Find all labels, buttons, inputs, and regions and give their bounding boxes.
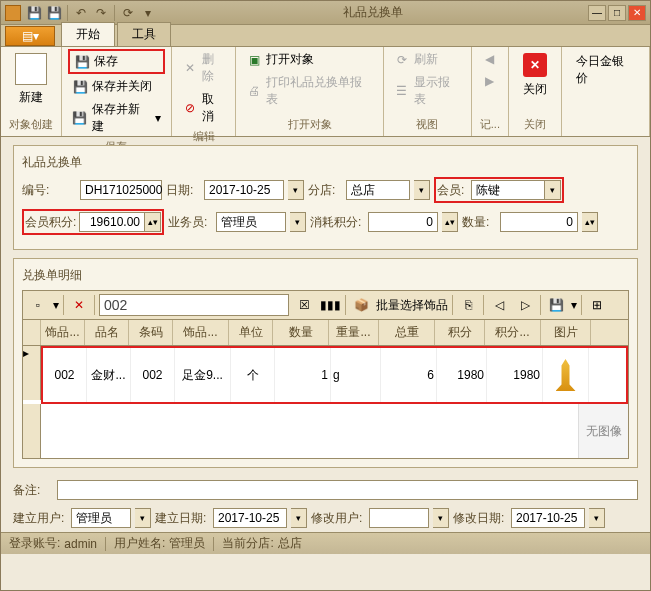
qty-field[interactable]: 0	[500, 212, 578, 232]
qat-undo-icon[interactable]: ↶	[72, 4, 90, 22]
chevron-down-icon[interactable]: ▾	[53, 298, 59, 312]
qat-save-icon[interactable]: 💾	[25, 4, 43, 22]
open-object-button[interactable]: ▣打开对象	[242, 49, 376, 70]
dt-next-icon[interactable]: ▷	[514, 294, 536, 316]
search-clear-icon[interactable]: ☒	[293, 294, 315, 316]
maximize-button[interactable]: □	[608, 5, 626, 21]
clerk-dropdown[interactable]: ▾	[290, 212, 306, 232]
moddate-dropdown[interactable]: ▾	[589, 508, 605, 528]
consume-field[interactable]: 0	[368, 212, 438, 232]
close-button[interactable]: ✕ 关闭	[515, 49, 555, 102]
batch-icon: 📦	[350, 294, 372, 316]
status-user-value: 管理员	[169, 535, 205, 552]
createuser-dropdown[interactable]: ▾	[135, 508, 151, 528]
points-field[interactable]: 19610.00	[79, 212, 145, 232]
label-clerk: 业务员:	[168, 214, 212, 231]
qat-saveclose-icon[interactable]: 💾	[45, 4, 63, 22]
label-code: 编号:	[22, 182, 76, 199]
row-selector[interactable]	[23, 404, 41, 458]
createdate-field[interactable]: 2017-10-25	[213, 508, 287, 528]
product-image-icon	[556, 359, 576, 391]
col-unit[interactable]: 单位	[229, 320, 273, 345]
createuser-field[interactable]: 管理员	[71, 508, 131, 528]
batch-select-button[interactable]: 批量选择饰品	[376, 297, 448, 314]
group-edit-label: 编辑	[178, 127, 229, 146]
col-code[interactable]: 饰品...	[41, 320, 85, 345]
cancel-button[interactable]: ⊘取消	[178, 89, 229, 127]
delete-icon: ✕	[182, 60, 198, 76]
window-title: 礼品兑换单	[157, 4, 588, 21]
group-open-label: 打开对象	[242, 115, 376, 134]
dt-delete-icon[interactable]: ✕	[68, 294, 90, 316]
date-field[interactable]: 2017-10-25	[204, 180, 284, 200]
col-barcode[interactable]: 条码	[129, 320, 173, 345]
group-create-label: 对象创建	[7, 115, 55, 134]
tab-tools[interactable]: 工具	[117, 22, 171, 46]
statusbar: 登录账号: admin 用户姓名: 管理员 当前分店: 总店	[1, 532, 650, 554]
dt-export-icon[interactable]: 💾	[545, 294, 567, 316]
new-button[interactable]: 新建	[7, 49, 55, 110]
save-new-button[interactable]: 💾保存并新建 ▾	[68, 99, 165, 137]
qat-refresh-icon[interactable]: ⟳	[119, 4, 137, 22]
today-price-button[interactable]: 今日金银价	[568, 49, 643, 91]
dt-copy-icon[interactable]: ⎘	[457, 294, 479, 316]
detail-toolbar: ▫▾ ✕ ☒ ▮▮▮ 📦 批量选择饰品 ⎘ ◁ ▷ 💾▾ ⊞	[22, 290, 629, 320]
show-report-button[interactable]: ☰显示报表	[390, 72, 465, 110]
dt-prev-icon[interactable]: ◁	[488, 294, 510, 316]
tab-start[interactable]: 开始	[61, 22, 115, 46]
print-report-button[interactable]: 🖨打印礼品兑换单报表	[242, 72, 376, 110]
col-spec[interactable]: 饰品...	[173, 320, 229, 345]
row-selector[interactable]: ▸	[23, 346, 41, 400]
date-dropdown[interactable]: ▾	[288, 180, 304, 200]
label-qty: 数量:	[462, 214, 496, 231]
clerk-field[interactable]: 管理员	[216, 212, 286, 232]
dt-settings-icon[interactable]: ⊞	[586, 294, 608, 316]
member-dropdown[interactable]: ▾	[545, 180, 561, 200]
close-window-button[interactable]: ✕	[628, 5, 646, 21]
branch-field[interactable]: 总店	[346, 180, 410, 200]
refresh-button[interactable]: ⟳刷新	[390, 49, 465, 70]
save-button[interactable]: 💾保存	[68, 49, 165, 74]
label-branch: 分店:	[308, 182, 342, 199]
moddate-field[interactable]: 2017-10-25	[511, 508, 585, 528]
table-row[interactable]: 002 金财... 002 足金9... 个 1 g 6 1980 1980	[43, 348, 626, 402]
consume-spinner[interactable]: ▴▾	[442, 212, 458, 232]
save-close-button[interactable]: 💾保存并关闭	[68, 76, 165, 97]
moduser-field[interactable]	[369, 508, 429, 528]
print-icon: 🖨	[246, 83, 262, 99]
col-totalw[interactable]: 总重	[379, 320, 435, 345]
col-name[interactable]: 品名	[85, 320, 129, 345]
col-weight[interactable]: 重量...	[329, 320, 379, 345]
branch-dropdown[interactable]: ▾	[414, 180, 430, 200]
barcode-icon[interactable]: ▮▮▮	[319, 294, 341, 316]
col-pts[interactable]: 积分	[435, 320, 485, 345]
col-img[interactable]: 图片	[541, 320, 591, 345]
save-icon: 💾	[74, 54, 90, 70]
group-record-label: 记...	[478, 115, 502, 134]
dt-new-icon[interactable]: ▫	[27, 294, 49, 316]
remark-field[interactable]	[57, 480, 638, 500]
col-ptst[interactable]: 积分...	[485, 320, 541, 345]
label-consume: 消耗积分:	[310, 214, 364, 231]
next-record-button[interactable]: ▶	[478, 71, 502, 91]
label-createdate: 建立日期:	[155, 510, 209, 527]
open-icon: ▣	[246, 52, 262, 68]
quick-access-toolbar: 💾 💾 ↶ ↷ ⟳ ▾	[25, 4, 157, 22]
search-input[interactable]	[99, 294, 289, 316]
createdate-dropdown[interactable]: ▾	[291, 508, 307, 528]
status-branch-label: 当前分店:	[222, 535, 273, 552]
code-field[interactable]: DH171025000	[80, 180, 162, 200]
label-member: 会员:	[437, 182, 471, 199]
app-menu-button[interactable]: ▤▾	[5, 26, 55, 46]
col-qty[interactable]: 数量	[273, 320, 329, 345]
qty-spinner[interactable]: ▴▾	[582, 212, 598, 232]
member-field[interactable]: 陈键	[471, 180, 545, 200]
qat-redo-icon[interactable]: ↷	[92, 4, 110, 22]
moduser-dropdown[interactable]: ▾	[433, 508, 449, 528]
qat-dropdown-icon[interactable]: ▾	[139, 4, 157, 22]
prev-record-button[interactable]: ◀	[478, 49, 502, 69]
chevron-down-icon[interactable]: ▾	[571, 298, 577, 312]
points-spinner[interactable]: ▴▾	[145, 212, 161, 232]
minimize-button[interactable]: —	[588, 5, 606, 21]
delete-button[interactable]: ✕删除	[178, 49, 229, 87]
